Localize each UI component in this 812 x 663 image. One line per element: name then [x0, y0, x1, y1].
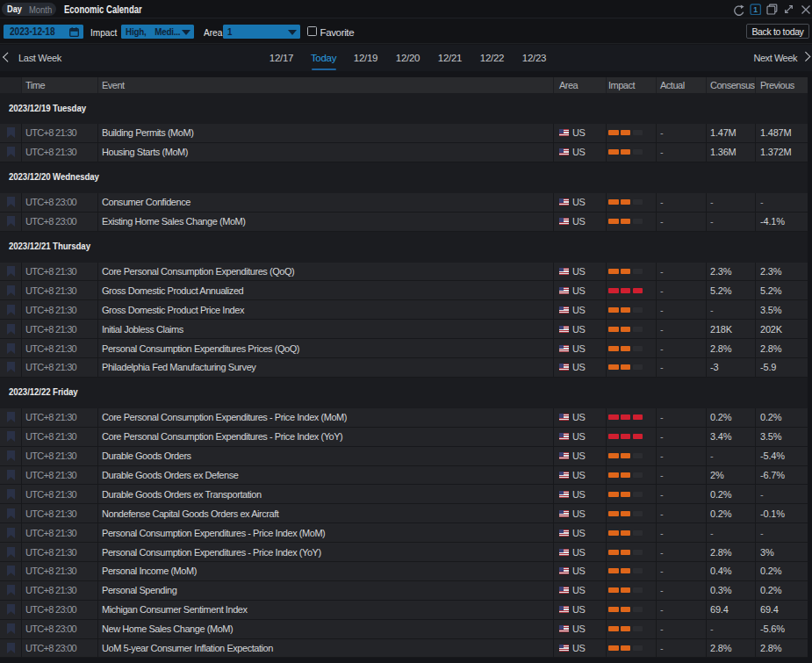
- svg-text:1: 1: [753, 5, 758, 14]
